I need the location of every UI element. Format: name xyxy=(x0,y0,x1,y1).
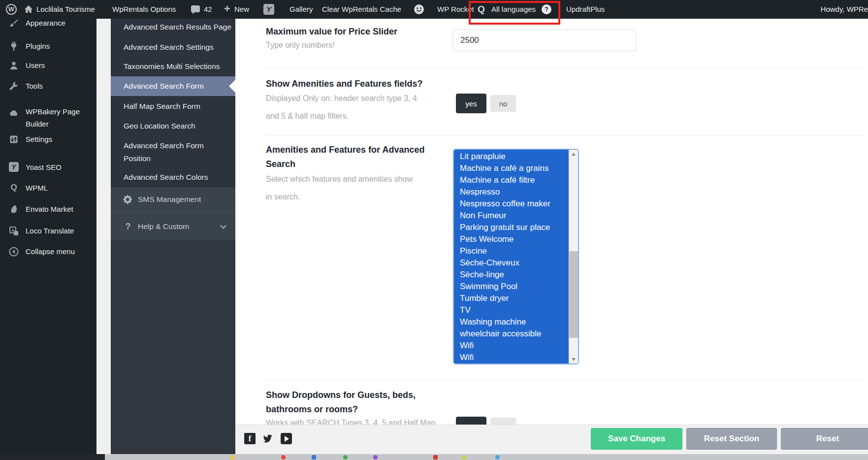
taskbar-dark-segment xyxy=(0,454,105,460)
sidebar-item-label: WPBakery Page Builder xyxy=(26,101,94,130)
nav-item-half-map-search-form[interactable]: Half Map Search Form xyxy=(111,97,235,116)
taskbar-app-icon[interactable] xyxy=(495,455,500,460)
list-option[interactable]: Parking gratuit sur place xyxy=(454,222,569,233)
updraftplus-link[interactable]: UpdraftPlus xyxy=(566,0,605,19)
sidebar-item-tools[interactable]: Tools xyxy=(0,76,96,97)
sidebar-item-collapse-menu[interactable]: Collapse menu xyxy=(0,241,96,262)
wp-rocket-link[interactable]: WP Rocket xyxy=(437,0,474,19)
sidebar-item-label: Collapse menu xyxy=(26,241,94,262)
taskbar-app-icon[interactable] xyxy=(281,455,286,460)
list-option[interactable]: Lit parapluie xyxy=(454,151,569,163)
gear-icon xyxy=(123,195,133,204)
plus-icon[interactable]: + xyxy=(224,0,230,19)
list-option[interactable]: Sèche-linge xyxy=(454,269,569,281)
plug-icon xyxy=(9,41,19,51)
taskbar-app-icon[interactable] xyxy=(433,455,438,460)
clear-wprentals-cache-link[interactable]: Clear WpRentals Cache xyxy=(322,0,401,19)
amenities-no-button[interactable]: no xyxy=(490,95,516,112)
cloud-icon xyxy=(9,108,19,118)
sidebar-item-users[interactable]: Users xyxy=(0,55,96,76)
languages-icon[interactable]: Q xyxy=(478,0,485,19)
home-icon[interactable] xyxy=(24,4,33,14)
list-option[interactable]: Swimming Pool xyxy=(454,281,569,293)
wprentals-options-nav: Advanced Search Results Page Advanced Se… xyxy=(111,19,235,454)
nav-item-help-custom[interactable]: ? Help & Custom xyxy=(111,212,235,240)
list-option[interactable]: Pets Welcome xyxy=(454,233,569,245)
listbox-scrollbar[interactable] xyxy=(569,150,578,363)
sidebar-item-label: Plugins xyxy=(26,36,94,57)
sidebar-item-settings[interactable]: Settings xyxy=(0,129,96,150)
taskbar-app-icon[interactable] xyxy=(462,455,466,460)
taskbar-app-icon[interactable] xyxy=(343,455,348,460)
gallery-link[interactable]: Gallery xyxy=(289,0,313,19)
all-languages-link[interactable]: All languages xyxy=(491,0,536,19)
list-option[interactable]: Wifi xyxy=(454,340,569,352)
amenities-multiselect[interactable]: Lit parapluie Machine a café a grains Ma… xyxy=(453,149,579,364)
twitter-icon[interactable] xyxy=(262,433,273,444)
list-option[interactable]: Machine a café filtre xyxy=(454,174,569,186)
reset-button[interactable]: Reset xyxy=(781,428,868,450)
setting-description: Type only numbers! xyxy=(266,36,433,54)
setting-title-show-amenities: Show Amenities and Features fields? xyxy=(266,77,473,91)
brush-icon xyxy=(9,18,19,28)
chevron-down-icon xyxy=(220,222,226,229)
question-icon: ? xyxy=(123,222,133,231)
help-badge-icon[interactable]: ? xyxy=(542,4,551,14)
list-option[interactable]: Sèche-Cheveux xyxy=(454,257,569,269)
nav-item-advanced-search-colors[interactable]: Advanced Search Colors xyxy=(111,167,235,187)
taskbar-app-icon[interactable] xyxy=(230,455,235,460)
youtube-icon[interactable] xyxy=(281,433,292,444)
comments-icon[interactable] xyxy=(191,5,200,12)
nav-item-advanced-search-form-position[interactable]: Advanced Search Form Position xyxy=(111,138,235,165)
howdy-account-link[interactable]: Howdy, WPRe xyxy=(821,0,868,19)
nav-item-advanced-search-form[interactable]: Advanced Search Form xyxy=(111,76,235,96)
sidebar-item-label: Settings xyxy=(26,129,94,150)
nav-item-advanced-search-results-page[interactable]: Advanced Search Results Page xyxy=(111,17,235,37)
list-option[interactable]: Wifi xyxy=(454,352,569,363)
section-divider xyxy=(266,135,864,135)
wordpress-logo-icon[interactable]: W xyxy=(6,4,17,15)
globe-icon: Q xyxy=(9,182,19,192)
site-name-link[interactable]: Loclilala Tourisme xyxy=(36,0,95,19)
amenities-yes-button[interactable]: yes xyxy=(456,94,486,113)
save-changes-button[interactable]: Save Changes xyxy=(591,428,682,450)
admin-background-gap xyxy=(96,19,111,454)
taskbar-app-icon[interactable] xyxy=(312,455,316,460)
list-option[interactable]: Tumble dryer xyxy=(454,293,569,304)
scrollbar-thumb[interactable] xyxy=(569,251,578,338)
wprentals-options-link[interactable]: WpRentals Options xyxy=(112,0,176,19)
scroll-down-icon[interactable] xyxy=(569,355,578,363)
nav-item-geo-location-search[interactable]: Geo Location Search xyxy=(111,116,235,136)
wp-rocket-icon[interactable] xyxy=(414,4,424,15)
yoast-icon[interactable]: Y xyxy=(263,4,274,15)
list-option[interactable]: Machine a café a grains xyxy=(454,163,569,174)
sidebar-item-wpml[interactable]: Q WPML xyxy=(0,178,96,198)
list-option[interactable]: Nespresso coffee maker xyxy=(454,198,569,210)
nav-item-advanced-search-settings[interactable]: Advanced Search Settings xyxy=(111,37,235,57)
sidebar-item-label: Envato Market xyxy=(26,199,94,220)
taskbar-app-icon[interactable] xyxy=(373,455,378,460)
facebook-icon[interactable]: f xyxy=(244,433,256,444)
list-option[interactable]: Nespresso xyxy=(454,186,569,198)
section-divider xyxy=(266,380,864,381)
sidebar-item-envato-market[interactable]: Envato Market xyxy=(0,199,96,220)
nav-item-sms-management[interactable]: SMS Management xyxy=(111,187,235,212)
sidebar-item-yoast-seo[interactable]: Y Yoast SEO xyxy=(0,157,96,178)
nav-item-taxonomies-multi-selections[interactable]: Taxonomies Multi Selections xyxy=(111,57,235,76)
nav-item-label: Help & Custom xyxy=(138,222,189,230)
list-option[interactable]: Piscine xyxy=(454,245,569,257)
sidebar-item-plugins[interactable]: Plugins xyxy=(0,36,96,57)
list-option[interactable]: TV xyxy=(454,304,569,316)
sidebar-item-loco-translate[interactable]: A Loco Translate xyxy=(0,221,96,241)
new-link[interactable]: New xyxy=(234,0,249,19)
max-price-input[interactable] xyxy=(453,30,636,51)
list-option[interactable]: wheelchair accessible xyxy=(454,328,569,340)
setting-title-amenities-advanced-search: Amenities and Features for Advanced Sear… xyxy=(266,143,433,171)
list-option[interactable]: Non Fumeur xyxy=(454,210,569,222)
sidebar-item-wpbakery[interactable]: WPBakery Page Builder xyxy=(0,101,96,131)
list-option[interactable]: Washing machine xyxy=(454,316,569,328)
reset-section-button[interactable]: Reset Section xyxy=(686,428,777,450)
scroll-up-icon[interactable] xyxy=(569,150,578,159)
comments-count[interactable]: 42 xyxy=(204,0,212,19)
wrench-icon xyxy=(9,81,19,91)
